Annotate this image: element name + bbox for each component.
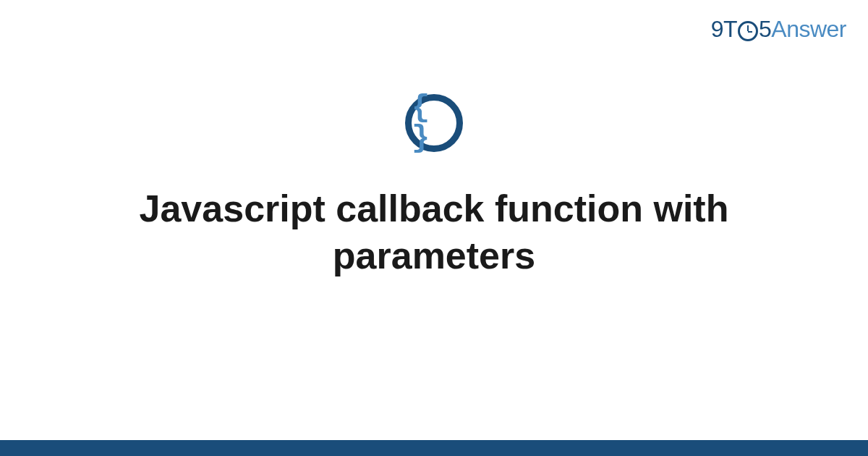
page-title: Javascript callback function with parame… xyxy=(72,185,796,279)
code-braces-icon: { } xyxy=(405,94,463,152)
logo-five: 5 xyxy=(759,16,771,43)
site-logo: 9 T 5 Answer xyxy=(711,16,846,43)
braces-glyph: { } xyxy=(412,93,456,153)
logo-t: T xyxy=(723,16,737,43)
main-content: { } Javascript callback function with pa… xyxy=(0,94,868,279)
footer-bar xyxy=(0,440,868,456)
logo-nine: 9 xyxy=(711,16,723,43)
logo-answer: Answer xyxy=(771,16,846,43)
clock-icon xyxy=(738,21,758,41)
